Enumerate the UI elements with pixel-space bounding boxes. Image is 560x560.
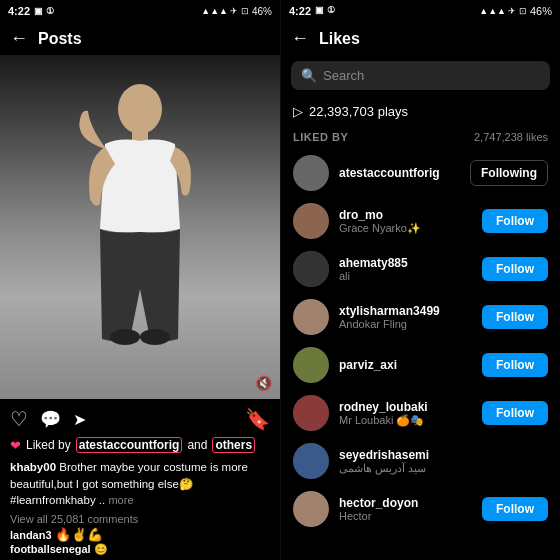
liked-prefix: Liked by xyxy=(26,438,71,452)
action-icons-row: ♡ 💬 ➤ 🔖 xyxy=(10,407,270,431)
search-bar[interactable]: 🔍 Search xyxy=(291,61,550,90)
like-avatar xyxy=(293,155,329,191)
mute-icon[interactable]: 🔇 xyxy=(255,375,272,391)
liked-by-count: 2,747,238 likes xyxy=(474,131,548,143)
liked-by-label: LIKED BY xyxy=(293,131,348,143)
like-item: parviz_axiFollow xyxy=(281,341,560,389)
like-username[interactable]: xtylisharman3499 xyxy=(339,304,472,318)
comment-1: landan3 🔥✌💪 xyxy=(10,527,270,542)
right-top-nav: ← Likes xyxy=(281,22,560,55)
play-icon: ▷ xyxy=(293,104,303,119)
like-item: hector_doyonHectorFollow xyxy=(281,485,560,533)
following-button[interactable]: Following xyxy=(470,160,548,186)
like-user-info: dro_moGrace Nyarko✨ xyxy=(339,208,472,235)
caption-username[interactable]: khaby00 xyxy=(10,461,56,473)
like-user-info: seyedrishasemiسید آدریس هاشمی xyxy=(339,448,548,475)
like-displayname: ali xyxy=(339,270,472,282)
like-username[interactable]: parviz_axi xyxy=(339,358,472,372)
left-top-nav: ← Posts xyxy=(0,22,280,55)
right-time: 4:22 ▣ ① xyxy=(289,5,335,17)
svg-point-2 xyxy=(110,329,140,345)
liked-others[interactable]: others xyxy=(212,437,255,453)
svg-point-0 xyxy=(118,84,162,134)
follow-button[interactable]: Follow xyxy=(482,209,548,233)
like-item: ahematy885aliFollow xyxy=(281,245,560,293)
left-panel: 4:22 ▣ ① ▲▲▲ ✈ ⊡ 46% ← Posts xyxy=(0,0,280,560)
like-displayname: Hector xyxy=(339,510,472,522)
like-avatar xyxy=(293,203,329,239)
right-panel: 4:22 ▣ ① ▲▲▲ ✈ ⊡ 46% ← Likes 🔍 Search ▷ … xyxy=(280,0,560,560)
left-status-bar: 4:22 ▣ ① ▲▲▲ ✈ ⊡ 46% xyxy=(0,0,280,22)
like-displayname: Andokar Fling xyxy=(339,318,472,330)
follow-button[interactable]: Follow xyxy=(482,353,548,377)
like-username[interactable]: seyedrishasemi xyxy=(339,448,548,462)
bookmark-icon[interactable]: 🔖 xyxy=(245,407,270,431)
like-user-info: rodney_loubakiMr Loubaki 🍊🎭 xyxy=(339,400,472,427)
like-displayname: Grace Nyarko✨ xyxy=(339,222,472,235)
post-actions: ♡ 💬 ➤ 🔖 ❤ Liked by atestaccountforig and… xyxy=(0,399,280,560)
plays-count: 22,393,703 plays xyxy=(309,104,408,119)
plays-row: ▷ 22,393,703 plays xyxy=(281,96,560,127)
like-item: atestaccountforigFollowing xyxy=(281,149,560,197)
like-avatar xyxy=(293,251,329,287)
follow-button[interactable]: Follow xyxy=(482,305,548,329)
like-user-info: xtylisharman3499Andokar Fling xyxy=(339,304,472,330)
like-user-info: parviz_axi xyxy=(339,358,472,372)
like-username[interactable]: hector_doyon xyxy=(339,496,472,510)
person-figure xyxy=(60,79,220,399)
comment-1-text: 🔥✌💪 xyxy=(55,527,103,542)
search-icon: 🔍 xyxy=(301,68,317,83)
like-item: seyedrishasemiسید آدریس هاشمی xyxy=(281,437,560,485)
like-item: rodney_loubakiMr Loubaki 🍊🎭Follow xyxy=(281,389,560,437)
comment-2-user[interactable]: footballsenegal xyxy=(10,543,91,555)
left-time: 4:22 ▣ ① xyxy=(8,5,54,17)
liked-by-header: LIKED BY 2,747,238 likes xyxy=(281,127,560,149)
left-back-button[interactable]: ← xyxy=(10,28,28,49)
liked-heart-icon: ❤ xyxy=(10,438,21,453)
comment-2: footballsenegal 😊 xyxy=(10,543,270,556)
right-nav-title: Likes xyxy=(319,30,360,48)
comment-icon[interactable]: 💬 xyxy=(40,409,61,430)
right-back-button[interactable]: ← xyxy=(291,28,309,49)
follow-button[interactable]: Follow xyxy=(482,257,548,281)
like-username[interactable]: ahematy885 xyxy=(339,256,472,270)
caption: khaby00 Brother maybe your costume is mo… xyxy=(10,457,270,510)
liked-by-row: ❤ Liked by atestaccountforig and others xyxy=(10,437,270,453)
like-displayname: سید آدریس هاشمی xyxy=(339,462,548,475)
like-username[interactable]: dro_mo xyxy=(339,208,472,222)
comment-2-text: 😊 xyxy=(94,543,108,555)
like-avatar xyxy=(293,347,329,383)
post-image: 🔇 xyxy=(0,55,280,399)
like-user-info: hector_doyonHector xyxy=(339,496,472,522)
share-icon[interactable]: ➤ xyxy=(73,410,86,429)
like-displayname: Mr Loubaki 🍊🎭 xyxy=(339,414,472,427)
left-nav-title: Posts xyxy=(38,30,82,48)
like-item: dro_moGrace Nyarko✨Follow xyxy=(281,197,560,245)
liked-and: and xyxy=(187,438,207,452)
heart-icon[interactable]: ♡ xyxy=(10,407,28,431)
like-user-info: atestaccountforig xyxy=(339,166,460,180)
likes-list: atestaccountforigFollowingdro_moGrace Ny… xyxy=(281,149,560,560)
right-status-bar: 4:22 ▣ ① ▲▲▲ ✈ ⊡ 46% xyxy=(281,0,560,22)
comment-1-user[interactable]: landan3 xyxy=(10,529,52,541)
liked-username[interactable]: atestaccountforig xyxy=(76,437,183,453)
left-status-icons: ▲▲▲ ✈ ⊡ 46% xyxy=(201,6,272,17)
follow-button[interactable]: Follow xyxy=(482,401,548,425)
like-username[interactable]: atestaccountforig xyxy=(339,166,460,180)
right-status-icons: ▲▲▲ ✈ ⊡ 46% xyxy=(479,5,552,17)
like-avatar xyxy=(293,491,329,527)
like-avatar xyxy=(293,395,329,431)
svg-point-3 xyxy=(140,329,170,345)
search-input[interactable]: Search xyxy=(323,68,540,83)
view-all-comments[interactable]: View all 25,081 comments xyxy=(10,513,270,525)
follow-button[interactable]: Follow xyxy=(482,497,548,521)
like-username[interactable]: rodney_loubaki xyxy=(339,400,472,414)
like-item: xtylisharman3499Andokar FlingFollow xyxy=(281,293,560,341)
like-avatar xyxy=(293,443,329,479)
like-user-info: ahematy885ali xyxy=(339,256,472,282)
like-avatar xyxy=(293,299,329,335)
caption-more[interactable]: more xyxy=(108,494,133,506)
